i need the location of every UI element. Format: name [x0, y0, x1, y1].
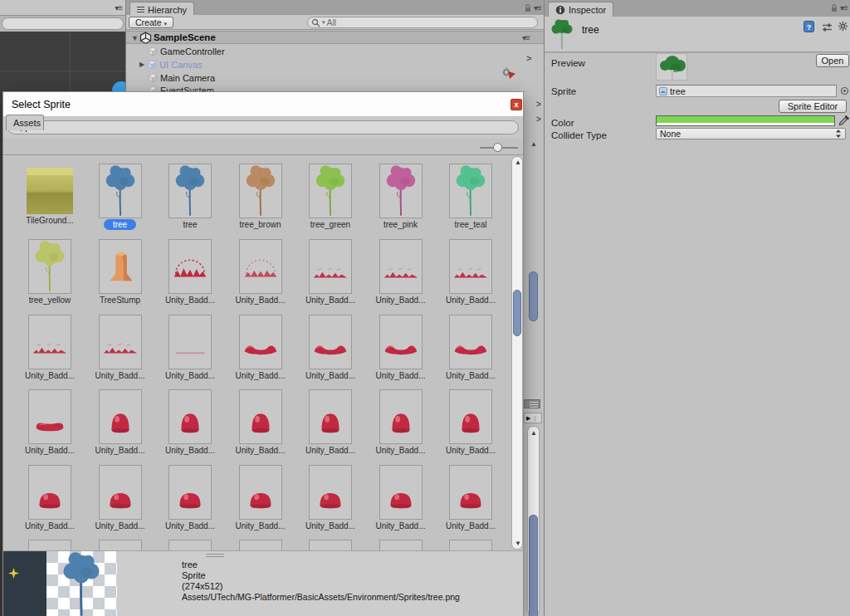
sprite-grid-item[interactable]: Unity_Badd... — [296, 389, 365, 455]
tab-assets[interactable]: Assets — [6, 115, 44, 130]
sprite-grid-item[interactable]: Unity_Badd... — [296, 239, 365, 305]
panel-menu-icon[interactable]: ▾≡ — [115, 3, 122, 12]
sprite-grid-item-label: tree — [85, 220, 155, 229]
sprite-grid-item[interactable]: tree_green — [296, 164, 365, 229]
hierarchy-search-input[interactable]: ▾ All — [307, 17, 538, 28]
sprite-grid-item[interactable]: tree — [155, 164, 225, 229]
sprite-grid-item-label: Unity_Badd... — [226, 296, 296, 305]
scene-row-menu-icon[interactable]: ▾≡ — [522, 33, 530, 42]
sprite-grid-item[interactable]: Unity_Badd... — [436, 239, 506, 305]
sprite-grid-item[interactable]: Unity_Badd... — [155, 239, 225, 305]
lock-icon[interactable] — [524, 3, 532, 14]
sprite-grid-item[interactable] — [226, 540, 296, 550]
sprite-editor-button[interactable]: Sprite Editor — [779, 100, 847, 113]
tab-inspector[interactable]: Inspector — [548, 2, 613, 17]
dialog-titlebar[interactable]: Select Sprite — [3, 92, 523, 117]
sprite-grid-item[interactable]: Unity_Badd... — [226, 465, 296, 530]
collider-type-dropdown[interactable]: None — [656, 128, 846, 139]
sprite-grid-item[interactable] — [85, 540, 155, 550]
panel-splitter-handle[interactable] — [524, 399, 540, 408]
sprite-grid-item[interactable]: Unity_Badd... — [366, 389, 436, 455]
sprite-grid-item[interactable]: Unity_Badd... — [15, 465, 85, 530]
sprite-grid-item[interactable]: Unity_Badd... — [226, 239, 296, 305]
lock-icon[interactable] — [830, 3, 838, 14]
open-button[interactable]: Open — [816, 54, 849, 67]
sprite-grid-item-label: Unity_Badd... — [226, 446, 296, 455]
sprite-grid-item[interactable] — [15, 540, 85, 550]
sprite-grid-item[interactable]: Unity_Badd... — [155, 315, 225, 380]
sprite-grid-item[interactable]: Unity_Badd... — [85, 315, 155, 380]
scroll-right-chevron-icon[interactable]: > — [526, 53, 531, 63]
close-button[interactable]: x — [510, 99, 522, 110]
sprite-object-field[interactable]: tree — [656, 85, 837, 97]
dialog-scroll-up-arrow[interactable]: ▲ — [515, 159, 521, 166]
sprite-grid-item-label: Unity_Badd... — [366, 446, 436, 455]
hierarchy-item-gamecontroller[interactable]: GameController — [148, 45, 225, 57]
color-swatch[interactable] — [656, 115, 835, 126]
hierarchy-scene-row[interactable]: ▼ SampleScene ▾≡ — [126, 31, 544, 44]
object-picker-icon[interactable] — [840, 86, 849, 97]
foldout-open-icon[interactable]: ▼ — [131, 34, 139, 42]
sprite-grid-item[interactable]: Unity_Badd... — [226, 315, 296, 380]
list-icon — [137, 5, 144, 14]
sprite-grid-item[interactable]: Unity_Badd... — [436, 465, 506, 530]
chevron-right-icon[interactable]: > — [536, 100, 541, 109]
sprite-grid-item[interactable]: Unity_Badd... — [85, 389, 155, 455]
dialog-scrollbar-thumb[interactable] — [513, 290, 521, 336]
sprite-thumbnail — [99, 164, 142, 218]
sprite-grid-item[interactable] — [366, 540, 436, 550]
sprite-grid-item[interactable]: Unity_Badd... — [15, 389, 85, 455]
sprite-grid-item[interactable]: Unity_Badd... — [366, 315, 436, 380]
sprite-thumbnail — [239, 389, 282, 444]
hierarchy-item-main-camera[interactable]: Main Camera — [148, 71, 215, 84]
dialog-search-input[interactable] — [7, 120, 519, 134]
sprite-grid-item[interactable]: Unity_Badd... — [436, 315, 506, 380]
sprite-grid-item[interactable] — [296, 540, 365, 550]
sprite-grid-item-label: tree_brown — [226, 220, 296, 229]
sprite-grid-item[interactable]: tree_pink — [366, 164, 436, 229]
svg-text:?: ? — [807, 23, 812, 32]
sprite-grid-item[interactable]: Unity_Badd... — [436, 389, 506, 455]
eyedropper-icon[interactable] — [838, 114, 850, 128]
thumbnail-zoom-knob[interactable] — [493, 143, 502, 152]
inspector-menu-icon[interactable]: ▾≡ — [840, 3, 848, 12]
foldout-closed-icon[interactable]: ▶ — [139, 61, 144, 68]
sprite-grid-item[interactable]: Unity_Badd... — [226, 389, 296, 455]
dialog-scrollbar-track[interactable]: ▲ ▼ — [511, 156, 523, 550]
presets-icon[interactable] — [822, 22, 833, 34]
sprite-grid-item[interactable]: Unity_Badd... — [366, 465, 436, 530]
mini-toolbar[interactable]: ▶| — [524, 413, 542, 423]
sprite-grid-item[interactable]: TileGround... — [15, 164, 85, 225]
sprite-grid-item[interactable]: Unity_Badd... — [155, 465, 225, 530]
sprite-grid-item[interactable] — [155, 540, 225, 550]
help-icon[interactable]: ? — [804, 21, 814, 34]
hierarchy-menu-icon[interactable]: ▾≡ — [534, 3, 541, 12]
sprite-grid-item[interactable]: Unity_Badd... — [366, 239, 436, 305]
sprite-grid-item[interactable]: Unity_Badd... — [296, 465, 365, 530]
create-button[interactable]: Create ▾ — [129, 17, 173, 28]
sprite-grid-item[interactable]: tree_teal — [436, 164, 506, 229]
sprite-grid-item[interactable]: Unity_Badd... — [296, 315, 365, 380]
sprite-thumbnail — [169, 164, 212, 218]
sprite-grid-item[interactable]: Unity_Badd... — [155, 389, 225, 455]
preview-thumbnail[interactable] — [656, 53, 687, 81]
chevron-right-icon[interactable]: > — [536, 115, 541, 124]
sprite-grid-item[interactable] — [436, 540, 506, 550]
footer-drag-handle[interactable] — [206, 554, 224, 555]
footer-drag-handle[interactable] — [206, 556, 224, 557]
project-scrollbar-track[interactable]: ▲ — [527, 426, 540, 615]
scene-toolbar-field[interactable] — [2, 17, 124, 30]
sprite-grid-item[interactable]: tree_brown — [226, 164, 296, 229]
sprite-grid-item[interactable]: Unity_Badd... — [15, 315, 85, 380]
sprite-grid-item[interactable]: Unity_Badd... — [85, 465, 155, 530]
project-scroll-up-arrow[interactable]: ▲ — [530, 429, 537, 437]
hierarchy-item-ui-canvas[interactable]: ▶ UI Canvas — [139, 58, 203, 71]
project-scrollbar-thumb[interactable] — [529, 515, 538, 616]
sprite-grid-item[interactable]: tree — [85, 164, 155, 229]
hierarchy-scrollbar-thumb[interactable] — [529, 271, 538, 321]
gear-icon[interactable] — [838, 21, 848, 33]
dialog-scroll-down-arrow[interactable]: ▼ — [515, 540, 521, 547]
hierarchy-scroll-up-arrow[interactable]: ▲ — [530, 140, 537, 148]
sprite-grid-item[interactable]: tree_yellow — [15, 239, 85, 305]
sprite-grid-item[interactable]: TreeStump — [85, 239, 155, 305]
